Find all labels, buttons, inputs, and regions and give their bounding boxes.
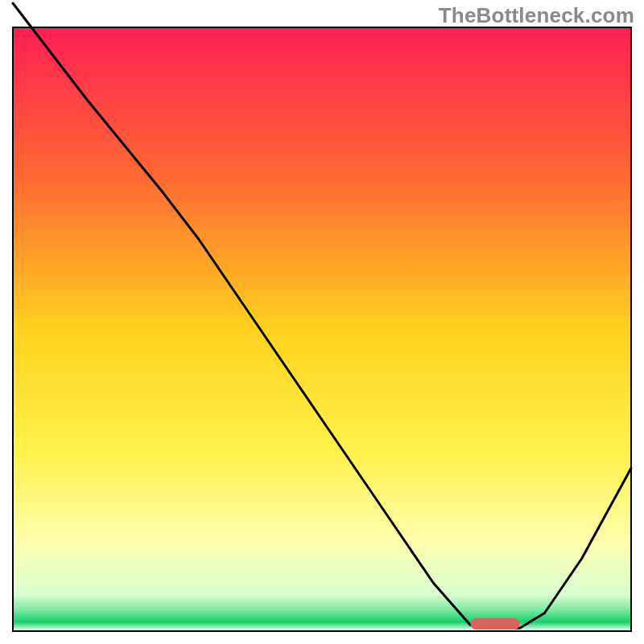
bottleneck-chart: TheBottleneck.com xyxy=(0,0,644,644)
gradient-background xyxy=(13,27,631,631)
watermark-text: TheBottleneck.com xyxy=(439,3,634,28)
chart-svg xyxy=(0,0,644,644)
optimal-range-marker xyxy=(470,618,519,630)
